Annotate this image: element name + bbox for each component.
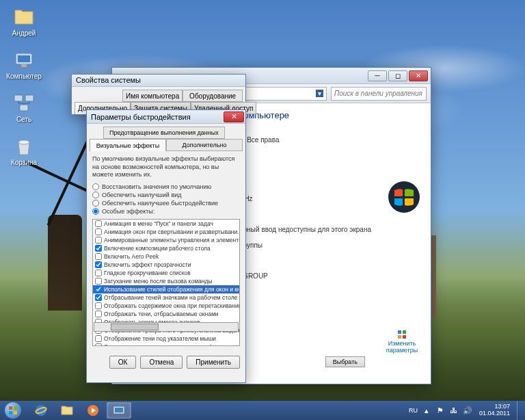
show-desktop-button[interactable] bbox=[517, 401, 522, 420]
rating-button[interactable]: Выбрать bbox=[325, 356, 365, 367]
svg-rect-11 bbox=[398, 335, 401, 339]
effect-checkbox[interactable] bbox=[95, 294, 102, 301]
effect-item[interactable]: Включить эффект прозрачности bbox=[93, 261, 239, 269]
svg-rect-2 bbox=[21, 64, 27, 67]
effect-label: Отображать тени, отбрасываемые окнами bbox=[104, 311, 219, 317]
maximize-button[interactable]: ◻ bbox=[388, 70, 407, 81]
effect-label: Анимированные элементы управления и элем… bbox=[104, 237, 239, 244]
svg-rect-16 bbox=[14, 411, 17, 415]
ok-button[interactable]: ОК bbox=[109, 356, 137, 369]
svg-rect-5 bbox=[25, 95, 33, 101]
effect-checkbox[interactable] bbox=[95, 237, 102, 244]
radio-input[interactable] bbox=[92, 208, 99, 215]
radio-option[interactable]: Обеспечить наилучший вид bbox=[92, 192, 240, 198]
desktop-icon-label: Компьютер bbox=[6, 73, 42, 80]
effect-item[interactable]: Анимация окон при свертывании и разверты… bbox=[93, 228, 239, 236]
desktop-icon-label: Сеть bbox=[16, 116, 31, 123]
radio-label: Обеспечить наилучший вид bbox=[102, 192, 181, 198]
effect-label: Отбрасывание теней значками на рабочем с… bbox=[104, 294, 237, 301]
svg-rect-4 bbox=[14, 95, 23, 101]
tray-arrow-icon[interactable]: ▴ bbox=[422, 406, 431, 415]
desktop-icon-label: Андрей bbox=[12, 29, 36, 37]
folder-icon bbox=[60, 404, 74, 417]
desktop-icon-user[interactable]: Андрей bbox=[3, 3, 44, 40]
effect-checkbox[interactable] bbox=[95, 343, 102, 346]
effect-checkbox[interactable] bbox=[95, 270, 102, 276]
effect-label: Включить Aero Peek bbox=[104, 253, 159, 260]
effect-item[interactable]: Отображение тени под указателем мыши bbox=[93, 334, 239, 343]
clock[interactable]: 13:07 01.04.2011 bbox=[476, 404, 513, 417]
svg-rect-14 bbox=[14, 406, 17, 410]
titlebar[interactable]: Параметры быстродействия ✕ bbox=[87, 110, 245, 124]
desktop-icon-network[interactable]: Сеть bbox=[3, 90, 44, 126]
effect-item[interactable]: Затухание меню после вызова команды bbox=[93, 277, 239, 285]
radio-input[interactable] bbox=[92, 183, 99, 190]
window-title[interactable]: Свойства системы bbox=[72, 75, 245, 87]
effect-checkbox[interactable] bbox=[95, 261, 102, 268]
effect-checkbox[interactable] bbox=[95, 335, 102, 342]
effect-checkbox[interactable] bbox=[95, 253, 102, 260]
desktop-icon-trash[interactable]: Корзина bbox=[3, 133, 44, 169]
effect-item[interactable]: Анимация в меню "Пуск" и панели задач bbox=[93, 220, 239, 228]
effect-checkbox[interactable] bbox=[95, 278, 102, 285]
effect-checkbox[interactable] bbox=[95, 311, 102, 317]
taskbar-ie[interactable] bbox=[29, 402, 53, 419]
ie-icon bbox=[34, 404, 48, 417]
effect-item[interactable]: Анимированные элементы управления и элем… bbox=[93, 236, 239, 244]
tab-computer-name[interactable]: Имя компьютера bbox=[122, 90, 183, 102]
volume-icon[interactable]: 🔊 bbox=[463, 406, 472, 415]
horizontal-scrollbar[interactable] bbox=[94, 322, 239, 332]
effect-checkbox[interactable] bbox=[95, 302, 102, 309]
minimize-button[interactable]: ─ bbox=[368, 70, 387, 81]
window-title: Параметры быстродействия bbox=[91, 113, 191, 121]
effect-item[interactable]: Включить Aero Peek bbox=[93, 252, 239, 261]
close-button[interactable]: ✕ bbox=[409, 70, 428, 81]
radio-label: Восстановить значения по умолчанию bbox=[102, 183, 211, 190]
date: 01.04.2011 bbox=[479, 410, 510, 417]
tab-visual-effects[interactable]: Визуальные эффекты bbox=[90, 139, 166, 151]
taskbar-media-player[interactable] bbox=[81, 402, 105, 419]
trash-icon bbox=[13, 135, 35, 157]
apply-button[interactable]: Применить bbox=[187, 356, 240, 369]
effect-item[interactable]: Отображать содержимое окна при перетаски… bbox=[93, 302, 239, 310]
tab-hardware[interactable]: Оборудование bbox=[183, 90, 243, 102]
effect-item[interactable]: Отбрасывание теней значками на рабочем с… bbox=[93, 293, 239, 302]
desktop-icon-computer[interactable]: Компьютер bbox=[3, 47, 44, 83]
change-settings-link[interactable]: Изменить параметры bbox=[381, 329, 422, 354]
effect-checkbox[interactable] bbox=[95, 228, 102, 235]
effect-item[interactable]: Включение композиции рабочего стола bbox=[93, 244, 239, 252]
description-text: По умолчанию визуальные эффекты выбирают… bbox=[92, 155, 240, 179]
radio-option[interactable]: Особые эффекты: bbox=[92, 208, 240, 215]
effect-label: Отображать содержимое окна при перетаски… bbox=[104, 302, 239, 309]
tab-dep[interactable]: Предотвращение выполнения данных bbox=[103, 127, 225, 139]
action-center-icon[interactable]: ⚑ bbox=[435, 406, 445, 415]
radio-input[interactable] bbox=[92, 200, 99, 207]
effect-checkbox[interactable] bbox=[95, 220, 102, 227]
svg-rect-13 bbox=[9, 406, 12, 410]
cancel-button[interactable]: Отмена bbox=[140, 356, 183, 369]
effect-item[interactable]: Сглаживать неровности экранных шрифтов bbox=[93, 343, 239, 346]
radio-option[interactable]: Обеспечить наилучшее быстродействие bbox=[92, 200, 240, 207]
close-button[interactable]: ✕ bbox=[224, 111, 244, 122]
radio-option[interactable]: Восстановить значения по умолчанию bbox=[92, 183, 240, 190]
effect-checkbox[interactable] bbox=[95, 245, 102, 252]
windows-logo-icon bbox=[388, 181, 420, 213]
media-player-icon bbox=[86, 404, 100, 417]
search-input[interactable] bbox=[331, 87, 427, 101]
start-button[interactable] bbox=[0, 401, 26, 420]
performance-options-window: Параметры быстродействия ✕ Предотвращени… bbox=[86, 109, 246, 383]
effect-label: Анимация в меню "Пуск" и панели задач bbox=[104, 220, 213, 227]
effect-label: Анимация окон при свертывании и разверты… bbox=[104, 228, 239, 235]
scrollbar-thumb[interactable] bbox=[111, 324, 159, 330]
tab-advanced[interactable]: Дополнительно bbox=[166, 139, 243, 151]
effect-item[interactable]: Использование стилей отображения для око… bbox=[93, 285, 239, 293]
effect-label: Сглаживать неровности экранных шрифтов bbox=[104, 343, 222, 346]
language-indicator[interactable]: RU bbox=[409, 407, 418, 414]
taskbar-control-panel[interactable] bbox=[107, 402, 131, 419]
effect-item[interactable]: Отображать тени, отбрасываемые окнами bbox=[93, 310, 239, 318]
network-tray-icon[interactable]: 🖧 bbox=[449, 406, 459, 415]
taskbar-explorer[interactable] bbox=[55, 402, 79, 419]
effect-item[interactable]: Гладкое прокручивание списков bbox=[93, 269, 239, 277]
radio-input[interactable] bbox=[92, 192, 99, 198]
effect-checkbox[interactable] bbox=[95, 286, 102, 293]
